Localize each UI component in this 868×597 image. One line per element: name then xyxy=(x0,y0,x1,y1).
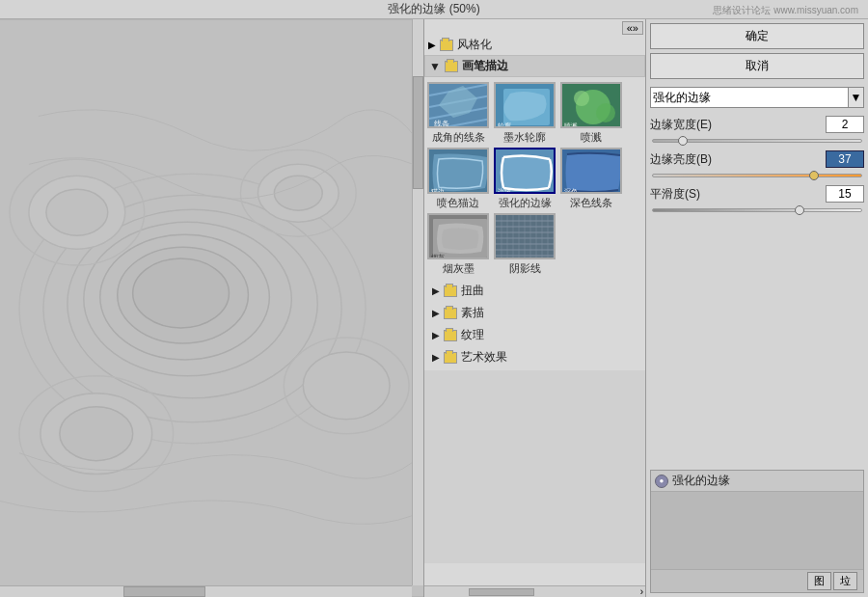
thumb-img-yinying xyxy=(494,213,556,259)
thumb-label-pengmao: 喷色猫边 xyxy=(437,196,479,210)
svg-rect-43 xyxy=(496,215,556,259)
preview-vscroll[interactable] xyxy=(412,19,423,585)
thumb-label-qianghua: 强化的边缘 xyxy=(499,196,552,210)
svg-text:烟灰: 烟灰 xyxy=(431,254,445,259)
thumb-img-qianghua: 边缘 xyxy=(494,148,556,194)
filter-hscroll[interactable]: › xyxy=(424,585,645,597)
svg-point-31 xyxy=(574,91,589,106)
thumb-feihui[interactable]: 烟灰 烟灰墨 xyxy=(426,213,490,276)
confirm-button[interactable]: 确定 xyxy=(650,23,864,49)
filter-label-huabi: 画笔描边 xyxy=(462,58,508,74)
thumb-img-feihui: 烟灰 xyxy=(427,213,489,259)
svg-text:线条: 线条 xyxy=(434,120,449,128)
thumb-img-shense: 深色 xyxy=(560,148,622,194)
brush-header[interactable]: ▼ 画笔描边 xyxy=(424,55,645,77)
arrow-sumiao: ▶ xyxy=(432,308,440,318)
thumb-label-shense: 深色线条 xyxy=(570,196,612,210)
filter-select-dropdown-btn[interactable]: ▼ xyxy=(849,87,864,108)
param-value-bianyuan-liangdu[interactable] xyxy=(826,150,864,168)
thumb-label-feihui: 烟灰墨 xyxy=(443,261,475,276)
svg-point-32 xyxy=(596,103,615,122)
slider-pinghuadu[interactable] xyxy=(650,208,864,212)
title-bar-text: 强化的边缘 (50%) xyxy=(388,1,479,17)
thumb-qianghua[interactable]: 边缘 强化的边缘 xyxy=(493,148,556,210)
brush-thumbnails-grid: 线条 成角的线条 轮廓 xyxy=(424,80,645,278)
filter-group-huabi: ▼ 画笔描边 xyxy=(424,55,645,278)
filter-empty-area xyxy=(424,370,645,563)
folder-icon-wenli xyxy=(444,330,457,341)
filter-group-fenge[interactable]: ▶ 风格化 xyxy=(424,35,645,55)
filter-select-input[interactable] xyxy=(650,87,849,108)
thumb-chengjiao[interactable]: 线条 成角的线条 xyxy=(426,82,490,145)
folder-icon-yishu xyxy=(444,352,457,364)
eye-icon: ● xyxy=(660,476,665,485)
layer-add-btn[interactable]: 图 xyxy=(807,572,831,590)
svg-text:深色: 深色 xyxy=(564,188,578,194)
svg-text:喷溅: 喷溅 xyxy=(564,122,578,128)
folder-icon-huabi xyxy=(445,61,458,72)
arrow-yishu: ▶ xyxy=(432,352,440,363)
folder-icon-niuqu xyxy=(444,285,457,297)
svg-text:猫边: 猫边 xyxy=(431,188,445,194)
svg-text:边缘: 边缘 xyxy=(498,188,511,194)
thumb-pengmao[interactable]: 猫边 喷色猫边 xyxy=(426,148,490,210)
arrow-huabi-down: ▼ xyxy=(429,60,441,73)
param-value-bianyuan-kuandu[interactable] xyxy=(826,116,864,133)
thumb-img-penpen: 喷溅 xyxy=(560,82,622,128)
slider-bianyuan-liangdu[interactable] xyxy=(650,174,864,177)
thumb-img-chengjiao: 线条 xyxy=(427,82,489,128)
layer-name-label: 强化的边缘 xyxy=(672,473,730,489)
filter-group-niuqu[interactable]: ▶ 扭曲 xyxy=(428,280,641,302)
thumb-yinying[interactable]: 阴影线 xyxy=(493,213,556,276)
arrow-niuqu: ▶ xyxy=(432,285,440,296)
filter-group-sumiao[interactable]: ▶ 素描 xyxy=(428,302,641,324)
thumb-moshuihe[interactable]: 轮廓 墨水轮廓 xyxy=(493,82,556,145)
thumb-img-moshuihe: 轮廓 xyxy=(494,82,556,128)
cancel-button[interactable]: 取消 xyxy=(650,53,864,79)
arrow-fenge: ▶ xyxy=(428,40,436,50)
layer-eye-btn[interactable]: ● xyxy=(655,475,668,488)
thumb-img-pengmao: 猫边 xyxy=(427,148,489,194)
filter-group-yishu[interactable]: ▶ 艺术效果 xyxy=(428,346,641,368)
layer-preview xyxy=(651,492,863,569)
svg-point-10 xyxy=(46,189,108,235)
layer-delete-btn[interactable]: 垃 xyxy=(833,572,857,590)
param-label-bianyuan-liangdu: 边缘亮度(B) xyxy=(650,151,826,168)
filter-select-row: ▼ xyxy=(650,87,864,108)
arrow-wenli: ▶ xyxy=(432,330,440,340)
thumb-shense[interactable]: 深色 深色线条 xyxy=(559,148,623,210)
param-row-bianyuan-liangdu: 边缘亮度(B) xyxy=(650,150,864,168)
collapse-panel-btn[interactable]: «» xyxy=(622,21,643,35)
filter-group-wenli[interactable]: ▶ 纹理 xyxy=(428,324,641,346)
folder-icon-fenge xyxy=(440,40,453,51)
preview-canvas xyxy=(0,19,423,597)
thumb-label-moshuihe: 墨水轮廓 xyxy=(503,130,546,145)
filter-content: ▶ 风格化 ▼ 画笔描边 xyxy=(424,35,645,585)
filter-panel: «» ▶ 风格化 ▼ 画笔描边 xyxy=(424,19,646,597)
svg-text:轮廓: 轮廓 xyxy=(498,122,511,128)
slider-bianyuan-kuandu[interactable] xyxy=(650,139,864,143)
layer-panel-header: ● 强化的边缘 xyxy=(651,471,863,492)
layer-bottom-bar: 图 垃 xyxy=(651,569,863,592)
watermark-text: 思绪设计论坛 www.missyuan.com xyxy=(713,4,858,17)
collapsed-sections: ▶ 扭曲 ▶ 素描 ▶ 纹理 ▶ 艺术效果 xyxy=(424,278,645,370)
param-row-pinghuadu: 平滑度(S) xyxy=(650,185,864,203)
svg-point-16 xyxy=(60,407,133,461)
preview-hscroll[interactable] xyxy=(0,585,412,597)
svg-point-13 xyxy=(274,176,322,210)
filter-label-yishu: 艺术效果 xyxy=(461,349,507,366)
settings-spacer xyxy=(650,220,864,470)
folder-icon-sumiao xyxy=(444,308,457,319)
svg-point-7 xyxy=(133,258,230,328)
filter-label-niuqu: 扭曲 xyxy=(461,283,484,299)
filter-hscroll-right[interactable]: › xyxy=(638,586,645,597)
param-label-bianyuan-kuandu: 边缘宽度(E) xyxy=(650,117,826,133)
param-value-pinghuadu[interactable] xyxy=(826,185,864,203)
param-label-pinghuadu: 平滑度(S) xyxy=(650,186,826,203)
filter-label-wenli: 纹理 xyxy=(461,327,484,343)
filter-label-fenge: 风格化 xyxy=(457,37,492,53)
thumb-penpen[interactable]: 喷溅 喷溅 xyxy=(559,82,623,145)
thumb-label-chengjiao: 成角的线条 xyxy=(432,130,485,145)
thumb-label-penpen: 喷溅 xyxy=(581,130,602,145)
preview-panel xyxy=(0,19,424,597)
